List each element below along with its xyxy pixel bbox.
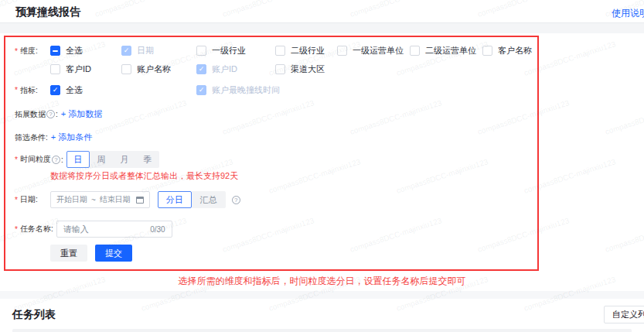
checkbox-label: 账户最晚撞线时间 [212,84,280,96]
task-name-placeholder: 请输入 [63,224,89,235]
task-name-row: * 任务名称: 请输入 0/30 [15,221,533,238]
checkbox-一级行业[interactable]: 一级行业 [196,45,275,56]
checkbox-box-icon [482,46,492,56]
metric-label: * 指标: [15,85,50,96]
metric-checkbox-group: 全选账户最晚撞线时间 [50,84,533,96]
watermark-text: compass8DCC-majinxiu123 [604,98,644,136]
start-date-placeholder: 开始日期 [56,194,87,205]
checkbox-box-icon [337,46,347,56]
end-date-placeholder: 结束日期 [100,194,131,205]
checkbox-一级运营单位[interactable]: 一级运营单位 [337,45,410,56]
required-asterisk: * [15,156,18,164]
annotation-highlight-box: * 维度: 全选日期一级行业二级行业一级运营单位二级运营单位客户名称客户ID账户… [4,36,539,271]
extend-data-row: 拓展数据 ? : + 添加数据 [15,108,533,120]
char-counter: 0/30 [150,225,165,234]
checkbox-box-icon [196,85,206,95]
checkbox-box-icon [50,46,60,56]
checkbox-box-icon [410,46,420,56]
submit-button[interactable]: 提交 [95,245,132,262]
date-row: * 日期: 开始日期 ~ 结束日期 分日汇总 ? [15,191,533,208]
granularity-hint-text: 数据将按序分日或者整体汇总输出，最长支持92天 [50,170,533,182]
checkbox-box-icon [196,64,206,74]
task-name-input[interactable]: 请输入 0/30 [56,221,172,238]
checkbox-box-icon [196,46,206,56]
required-asterisk: * [15,225,18,234]
option-日[interactable]: 日 [66,151,90,168]
checkbox-label: 全选 [66,84,83,96]
checkbox-label: 二级运营单位 [425,45,476,56]
extend-data-label: 拓展数据 ? : [15,109,61,120]
filter-row: 筛选条件: + 添加条件 [15,132,533,143]
task-list-section: 任务列表 自定义列 任务ID任务名称状态查询信息提交时间操作 [12,308,632,332]
metric-row: * 指标: 全选账户最晚撞线时间 [15,84,533,96]
help-icon[interactable]: ? [46,110,55,118]
option-月[interactable]: 月 [113,151,136,168]
page-root: compass8DCC-majinxiu123compass8DCC-majin… [0,0,644,332]
usage-instructions-link[interactable]: 使用说明 [612,7,644,20]
required-asterisk: * [15,47,18,56]
checkbox-label: 二级行业 [291,45,325,56]
checkbox-渠道大区[interactable]: 渠道大区 [275,63,337,75]
option-周[interactable]: 周 [90,151,113,168]
checkbox-box-icon [121,64,131,74]
checkbox-账户ID: 账户ID [196,63,275,75]
checkbox-label: 客户ID [66,63,91,75]
checkbox-日期: 日期 [121,45,196,56]
date-label: * 日期: [15,194,50,205]
checkbox-box-icon [275,64,285,74]
help-icon[interactable]: ? [232,196,240,204]
checkbox-label: 日期 [137,45,154,56]
date-mode-toggle: 分日汇总 [158,191,226,208]
watermark-text: compass8DCC-majinxiu123 [604,216,644,254]
add-condition-link[interactable]: + 添加条件 [51,132,92,143]
checkbox-label: 全选 [66,45,83,56]
checkbox-label: 一级行业 [212,45,246,56]
checkbox-客户ID[interactable]: 客户ID [50,63,121,75]
option-汇总[interactable]: 汇总 [192,191,226,208]
checkbox-客户名称[interactable]: 客户名称 [482,45,533,56]
granularity-row: * 时间粒度 ? : 日周月季 [15,151,533,168]
add-data-link[interactable]: + 添加数据 [61,108,102,120]
checkbox-全选[interactable]: 全选 [50,45,121,56]
checkbox-账户最晚撞线时间: 账户最晚撞线时间 [196,84,275,96]
date-range-input[interactable]: 开始日期 ~ 结束日期 [50,191,150,208]
help-icon[interactable]: ? [52,156,60,164]
granularity-segmented-control: 日周月季 [66,151,159,168]
checkbox-全选[interactable]: 全选 [50,84,121,96]
checkbox-账户名称[interactable]: 账户名称 [121,63,196,75]
task-list-header: 任务列表 自定义列 [12,308,632,322]
task-name-label: * 任务名称: [15,224,56,234]
granularity-label: * 时间粒度 ? : [15,154,66,165]
required-asterisk: * [15,196,18,204]
checkbox-label: 一级运营单位 [353,45,404,56]
task-list-title: 任务列表 [12,308,56,322]
app-header: 预算撞线报告 使用说明 [0,0,644,23]
checkbox-label: 账户名称 [137,63,171,75]
checkbox-二级运营单位[interactable]: 二级运营单位 [410,45,482,56]
checkbox-二级行业[interactable]: 二级行业 [275,45,337,56]
table-header-row: 任务ID任务名称状态查询信息提交时间操作 [12,329,632,332]
calendar-icon [136,197,144,204]
option-季[interactable]: 季 [136,151,159,168]
annotation-text: 选择所需的维度和指标后，时间粒度选分日，设置任务名称后提交即可 [0,275,644,288]
form-actions: 重置 提交 [50,245,533,262]
checkbox-box-icon [50,64,60,74]
option-分日[interactable]: 分日 [158,191,192,208]
checkbox-label: 客户名称 [498,45,532,56]
dimension-row: * 维度: 全选日期一级行业二级行业一级运营单位二级运营单位客户名称客户ID账户… [15,45,533,75]
checkbox-box-icon [50,85,60,95]
dimension-label: * 维度: [15,45,50,56]
page-title: 预算撞线报告 [15,5,80,19]
checkbox-label: 渠道大区 [291,63,325,75]
reset-button[interactable]: 重置 [50,245,87,262]
date-separator: ~ [91,196,96,204]
filter-label: 筛选条件: [15,132,51,143]
checkbox-label: 账户ID [212,63,237,75]
required-asterisk: * [15,86,18,94]
section-divider-bottom [0,291,644,299]
customize-columns-button[interactable]: 自定义列 [604,306,644,323]
checkbox-box-icon [275,46,285,56]
section-divider-top [0,23,644,33]
dimension-checkbox-group: 全选日期一级行业二级行业一级运营单位二级运营单位客户名称客户ID账户名称账户ID… [50,45,533,75]
checkbox-box-icon [121,46,131,56]
